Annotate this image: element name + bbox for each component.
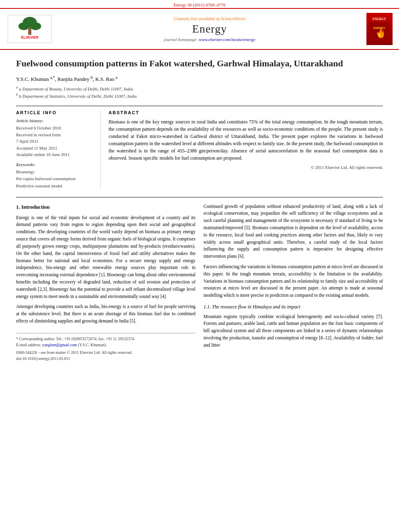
doi-text: doi:10.1016/j.energy.2011.05.011 xyxy=(16,356,70,361)
sciencedirect-line: Contents lists available at ScienceDirec… xyxy=(174,16,246,21)
intro-para-1: Energy is one of the vital inputs for so… xyxy=(16,214,195,300)
revised-date: 7 April 2011 xyxy=(16,138,92,145)
corresponding-author: * Corresponding author. Tel.: +91 (0)995… xyxy=(16,336,195,348)
journal-center: Contents lists available at ScienceDirec… xyxy=(58,13,361,45)
elsevier-logo-image: ELSEVIER xyxy=(8,15,52,43)
accepted-date: Accepted 11 May 2011 xyxy=(16,145,92,152)
contents-available-text: Contents lists available at xyxy=(174,16,220,21)
journal-header: ELSEVIER Contents lists available at Sci… xyxy=(0,9,399,50)
article-info-label: ARTICLE INFO xyxy=(16,110,92,115)
svg-text:ENERGY: ENERGY xyxy=(373,27,385,29)
right-para-1: Continued growth of population without e… xyxy=(204,203,383,261)
right-para-2: Factors influencing the variations in bi… xyxy=(204,263,383,299)
svg-point-2 xyxy=(19,22,29,30)
fax-label: fax: xyxy=(99,337,105,341)
main-text: 1. Introduction Energy is one of the vit… xyxy=(16,197,383,362)
affiliations: a a Department of Botany, University of … xyxy=(16,85,383,99)
copyright-line: © 2011 Elsevier Ltd. All rights reserved… xyxy=(109,165,383,170)
intro-heading: 1. Introduction xyxy=(16,203,195,211)
article-footer: * Corresponding author. Tel.: +91 (0)995… xyxy=(16,333,195,362)
left-text-column: 1. Introduction Energy is one of the vit… xyxy=(16,203,195,362)
keyword-fuelwood: Per capita fuelwood consumption xyxy=(16,175,92,183)
homepage-url[interactable]: www.elsevier.com/locate/energy xyxy=(199,37,255,42)
intro-para-2: Amongst developing countries such as Ind… xyxy=(16,303,195,325)
abstract-label: ABSTRACT xyxy=(109,110,383,115)
keyword-bioenergy: Bioenergy xyxy=(16,168,92,176)
affiliation-b: b b Department of Statistics, University… xyxy=(16,92,383,99)
journal-homepage: journal homepage: www.elsevier.com/locat… xyxy=(164,37,255,42)
authors-line: Y.S.C. Khuman a,*, Ranjita Pandey b, K.S… xyxy=(16,75,383,82)
journal-title: Energy xyxy=(192,23,227,35)
email-label: E-mail address: xyxy=(16,343,41,347)
energy-badge-visual: ENERGY ENERGY xyxy=(366,13,393,45)
svg-point-3 xyxy=(30,22,41,30)
issn-text: 0360-5442/$ – see front matter © 2011 El… xyxy=(16,350,132,355)
journal-citation-bar: Energy 36 (2011) 4769–4776 xyxy=(0,0,399,9)
article-info-column: ARTICLE INFO Article history: Received 6… xyxy=(16,110,101,189)
article-title: Fuelwood consumption patterns in Fakot w… xyxy=(16,58,383,70)
abstract-text: Biomass is one of the key energy sources… xyxy=(109,118,383,162)
energy-badge: ENERGY ENERGY xyxy=(365,13,393,45)
homepage-label: journal homepage: xyxy=(164,37,197,42)
fax-number: +91 11 29532374. xyxy=(106,337,135,341)
article-info-abstract: ARTICLE INFO Article history: Received 6… xyxy=(16,106,383,189)
page: Energy 36 (2011) 4769–4776 ELSEVIER xyxy=(0,0,399,532)
journal-citation: Energy 36 (2011) 4769–4776 xyxy=(173,2,225,7)
received-date: Received 6 October 2010 xyxy=(16,125,92,131)
corresponding-tel: +91 (0)9953172074; xyxy=(64,337,98,341)
svg-text:ELSEVIER: ELSEVIER xyxy=(21,35,39,39)
abstract-column: ABSTRACT Biomass is one of the key energ… xyxy=(101,110,383,189)
subsection-heading: 1.1. The resource flow in Himalaya and i… xyxy=(204,303,383,311)
sciencedirect-brand[interactable]: ScienceDirect xyxy=(221,16,245,21)
corresponding-label: * Corresponding author. Tel.: xyxy=(16,337,63,341)
svg-rect-4 xyxy=(28,28,31,35)
svg-rect-6 xyxy=(369,22,389,42)
keywords-label: Keywords: xyxy=(16,162,92,167)
email-address[interactable]: yanglem@gmail.com xyxy=(42,343,77,347)
issn-line: 0360-5442/$ – see front matter © 2011 El… xyxy=(16,349,195,362)
received-revised-label: Received in revised form xyxy=(16,131,92,138)
history-label: Article history: xyxy=(16,118,92,123)
elsevier-logo: ELSEVIER xyxy=(6,13,54,45)
affiliation-a: a a Department of Botany, University of … xyxy=(16,85,383,92)
right-para-3: Mountain regions typically combine ecolo… xyxy=(204,313,383,349)
keyword-seasonal: Predictive seasonal model xyxy=(16,183,92,190)
available-date: Available online 16 June 2011 xyxy=(16,151,92,158)
right-text-column: Continued growth of population without e… xyxy=(204,203,383,362)
article-body: Fuelwood consumption patterns in Fakot w… xyxy=(0,50,399,374)
email-name: (Y.S.C. Khuman). xyxy=(78,343,107,347)
